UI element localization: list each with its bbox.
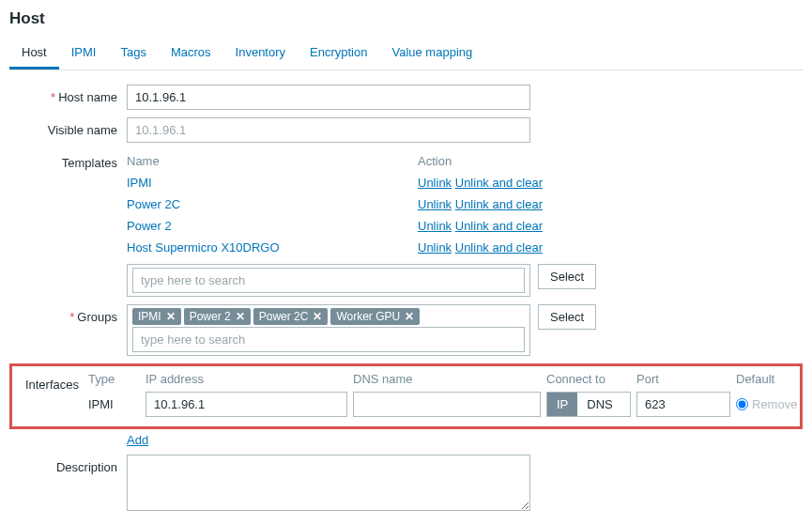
groups-label: Groups — [77, 310, 117, 324]
tab-ipmi[interactable]: IPMI — [59, 38, 109, 69]
host-name-input[interactable] — [127, 85, 530, 110]
close-icon[interactable]: ✕ — [405, 310, 414, 323]
templates-multiselect[interactable] — [127, 264, 530, 297]
tab-tags[interactable]: Tags — [108, 38, 158, 69]
tab-value-mapping[interactable]: Value mapping — [379, 38, 484, 69]
tab-inventory[interactable]: Inventory — [223, 38, 298, 69]
templates-search-input[interactable] — [132, 268, 525, 293]
unlink-clear-button[interactable]: Unlink and clear — [455, 197, 543, 211]
templates-name-header: Name — [127, 154, 160, 168]
ip-header: IP address — [146, 372, 347, 386]
interface-type: IPMI — [88, 397, 140, 411]
interface-default-radio[interactable] — [736, 398, 748, 410]
description-label: Description — [56, 460, 117, 474]
connect-dns-option[interactable]: DNS — [577, 393, 621, 416]
group-tag: Power 2✕ — [184, 308, 251, 325]
visible-name-input[interactable] — [127, 117, 530, 143]
templates-label: Templates — [62, 156, 117, 170]
page-title: Host — [9, 9, 803, 28]
group-tag: IPMI✕ — [132, 308, 181, 325]
template-link[interactable]: IPMI — [127, 176, 152, 190]
tabs-bar: Host IPMI Tags Macros Inventory Encrypti… — [9, 38, 803, 70]
host-name-label: Host name — [58, 90, 117, 104]
groups-multiselect[interactable]: IPMI✕ Power 2✕ Power 2C✕ Worker GPU✕ — [127, 304, 530, 356]
close-icon[interactable]: ✕ — [166, 310, 176, 323]
interface-dns-input[interactable] — [353, 392, 541, 417]
interfaces-label: Interfaces — [25, 378, 79, 392]
unlink-button[interactable]: Unlink — [418, 176, 452, 190]
unlink-clear-button[interactable]: Unlink and clear — [455, 176, 543, 190]
unlink-button[interactable]: Unlink — [418, 197, 452, 211]
interfaces-highlight: Interfaces Type IP address DNS name Conn… — [9, 363, 803, 429]
tab-macros[interactable]: Macros — [159, 38, 223, 69]
template-link[interactable]: Host Supermicro X10DRGO — [127, 240, 280, 255]
tab-encryption[interactable]: Encryption — [298, 38, 379, 69]
unlink-button[interactable]: Unlink — [418, 219, 452, 233]
default-header: Default — [736, 372, 792, 386]
dns-header: DNS name — [353, 372, 541, 386]
interface-ip-input[interactable] — [146, 392, 347, 417]
type-header: Type — [88, 372, 140, 386]
description-textarea[interactable] — [127, 455, 530, 511]
template-row: Power 2 Unlink Unlink and clear — [127, 215, 561, 237]
group-tag: Worker GPU✕ — [330, 308, 420, 325]
template-link[interactable]: Power 2 — [127, 219, 172, 233]
interface-port-input[interactable] — [636, 392, 730, 417]
group-tag: Power 2C✕ — [253, 308, 329, 325]
unlink-clear-button[interactable]: Unlink and clear — [455, 240, 543, 255]
templates-table: Name Action IPMI Unlink Unlink and clear… — [127, 150, 561, 258]
close-icon[interactable]: ✕ — [313, 310, 322, 323]
template-link[interactable]: Power 2C — [127, 197, 180, 211]
tab-host[interactable]: Host — [9, 38, 59, 69]
connect-ip-option[interactable]: IP — [547, 393, 577, 416]
port-header: Port — [636, 372, 730, 386]
template-row: Host Supermicro X10DRGO Unlink Unlink an… — [127, 237, 561, 258]
add-interface-link[interactable]: Add — [127, 433, 148, 447]
groups-select-button[interactable]: Select — [538, 304, 596, 330]
template-row: Power 2C Unlink Unlink and clear — [127, 193, 561, 215]
templates-action-header: Action — [418, 154, 452, 168]
connect-header: Connect to — [546, 372, 631, 386]
template-row: IPMI Unlink Unlink and clear — [127, 172, 561, 193]
close-icon[interactable]: ✕ — [236, 310, 245, 323]
interface-remove: Remove — [752, 397, 797, 411]
templates-select-button[interactable]: Select — [538, 264, 596, 289]
connect-to-toggle: IP DNS — [546, 392, 631, 417]
visible-name-label: Visible name — [48, 123, 117, 137]
groups-search-input[interactable] — [132, 327, 525, 352]
unlink-button[interactable]: Unlink — [418, 240, 452, 255]
unlink-clear-button[interactable]: Unlink and clear — [455, 219, 543, 233]
